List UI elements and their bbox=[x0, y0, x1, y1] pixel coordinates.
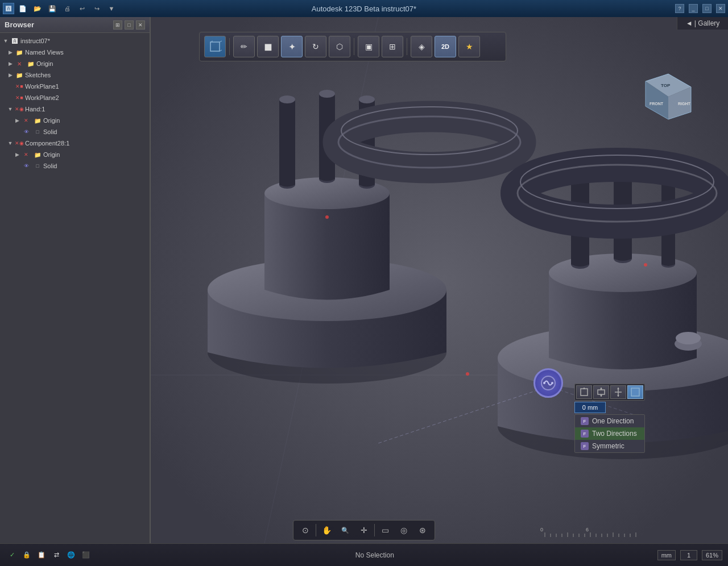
browser-close-btn[interactable]: ✕ bbox=[136, 20, 145, 30]
direction-menu: F One Direction F Two Directions F Symme… bbox=[574, 414, 645, 453]
orbit-btn[interactable]: ⊙ bbox=[297, 522, 314, 538]
tree-sketches[interactable]: ▶ 📁 Sketches bbox=[0, 69, 150, 81]
expand-root[interactable]: ▼ bbox=[2, 38, 9, 44]
undo-btn[interactable]: ↩ bbox=[76, 2, 88, 15]
tree-workplane1[interactable]: ▶ ✕■ WorkPlane1 bbox=[0, 81, 150, 92]
tree-comp28[interactable]: ▼ ✕◉ Component28:1 bbox=[0, 138, 150, 149]
browser-panel: Browser ⊞ □ ✕ ▼ 🅰 instruct07* ▶ 📁 Named … bbox=[0, 17, 151, 543]
tree-comp28-origin[interactable]: ▶ ✕ 📁 Origin bbox=[0, 149, 150, 160]
hand1-solid-box: □ bbox=[33, 127, 42, 136]
one-dir-label: One Direction bbox=[592, 417, 634, 425]
expand-hand1-origin[interactable]: ▶ bbox=[14, 117, 20, 124]
tree-comp28-solid[interactable]: ▶ 👁 □ Solid bbox=[0, 160, 150, 172]
ext-btn-3[interactable] bbox=[610, 385, 626, 399]
page-num: 1 bbox=[680, 550, 697, 560]
view2-btn[interactable]: ⊞ bbox=[382, 36, 403, 57]
redo-btn[interactable]: ↪ bbox=[90, 2, 103, 15]
status-icon4[interactable]: ⬛ bbox=[80, 549, 92, 561]
gallery-label: ◄ | Gallery bbox=[686, 19, 720, 27]
gallery-panel[interactable]: ◄ | Gallery bbox=[677, 17, 728, 30]
tree-hand1[interactable]: ▼ ✕◉ Hand:1 bbox=[0, 103, 150, 115]
extrude-handle-icon[interactable] bbox=[533, 368, 563, 398]
wp1-icon: ✕■ bbox=[15, 82, 24, 91]
two-dir-label: Two Directions bbox=[592, 430, 637, 438]
tree-hand1-origin[interactable]: ▶ ✕ 📁 Origin bbox=[0, 115, 150, 126]
print-btn[interactable]: 🖨 bbox=[61, 2, 73, 15]
pencil-btn[interactable]: ✏ bbox=[233, 36, 255, 57]
status-icon1[interactable]: 📋 bbox=[35, 549, 48, 561]
tree-origin[interactable]: ▶ ✕ 📁 Origin bbox=[0, 58, 150, 69]
direction-sym[interactable]: F Symmetric bbox=[575, 440, 644, 452]
title-bar-left: 🅰 📄 📂 💾 🖨 ↩ ↪ ▼ bbox=[3, 2, 118, 15]
open-btn[interactable]: 📂 bbox=[31, 2, 44, 15]
status-icon3[interactable]: 🌐 bbox=[65, 549, 77, 561]
circle-btn[interactable]: ◎ bbox=[395, 522, 412, 538]
direction-two[interactable]: F Two Directions bbox=[575, 427, 644, 440]
view-home-btn[interactable] bbox=[204, 36, 226, 57]
status-icon2[interactable]: ⇄ bbox=[50, 549, 63, 561]
comp28-origin-icon: ✕ bbox=[22, 150, 31, 159]
maximize-btn[interactable]: □ bbox=[702, 4, 712, 13]
app-icon[interactable]: 🅰 bbox=[3, 3, 14, 14]
ext-btn-2[interactable] bbox=[593, 385, 609, 399]
zoom-level: 61% bbox=[702, 550, 722, 560]
svg-rect-51 bbox=[598, 390, 605, 394]
new-btn[interactable]: 📄 bbox=[16, 2, 29, 15]
ext-btn-1[interactable] bbox=[576, 385, 592, 399]
more-btn[interactable]: ▼ bbox=[105, 2, 118, 15]
minimize-btn[interactable]: _ bbox=[689, 4, 698, 13]
expand-sketches[interactable]: ▶ bbox=[7, 72, 14, 78]
view1-btn[interactable]: ▣ bbox=[358, 36, 379, 57]
tree-hand1-solid[interactable]: ▶ 👁 □ Solid bbox=[0, 126, 150, 138]
svg-point-35 bbox=[466, 372, 469, 376]
svg-point-46 bbox=[543, 382, 545, 384]
star-btn[interactable]: ★ bbox=[458, 36, 480, 57]
move-btn[interactable]: ✦ bbox=[281, 36, 303, 57]
expand-comp28[interactable]: ▼ bbox=[7, 140, 14, 147]
ext-btn-4[interactable] bbox=[627, 385, 643, 399]
pan-btn[interactable]: ✋ bbox=[318, 522, 335, 538]
browser-grid-btn[interactable]: ⊞ bbox=[113, 20, 122, 30]
rotate-btn[interactable]: ↻ bbox=[305, 36, 326, 57]
hand1-origin-folder: 📁 bbox=[33, 116, 42, 125]
tree-workplane2[interactable]: ▶ ✕■ WorkPlane2 bbox=[0, 92, 150, 103]
lock-icon[interactable]: 🔒 bbox=[20, 549, 33, 561]
zoom-btn[interactable]: 🔍 bbox=[337, 522, 354, 538]
2d-btn[interactable]: 2D bbox=[435, 36, 456, 57]
title-bar: 🅰 📄 📂 💾 🖨 ↩ ↪ ▼ Autodesk 123D Beta instr… bbox=[0, 0, 728, 17]
check-icon[interactable]: ✓ bbox=[6, 549, 18, 561]
box-btn[interactable]: ◼ bbox=[257, 36, 279, 57]
expand-comp28-origin[interactable]: ▶ bbox=[14, 151, 20, 158]
help-btn[interactable]: ? bbox=[675, 4, 684, 13]
expand-named-views[interactable]: ▶ bbox=[7, 49, 14, 56]
browser-expand-btn[interactable]: □ bbox=[125, 20, 134, 30]
tree-root[interactable]: ▼ 🅰 instruct07* bbox=[0, 35, 150, 47]
extrude-value-input[interactable] bbox=[574, 402, 606, 413]
model-svg bbox=[151, 17, 728, 543]
extrude-input-row bbox=[574, 402, 645, 413]
frame-btn[interactable]: ▭ bbox=[377, 522, 394, 538]
title-bar-right: ? _ □ ✕ bbox=[675, 4, 725, 13]
shape-btn[interactable]: ⬡ bbox=[329, 36, 350, 57]
comp28-solid-box: □ bbox=[33, 161, 42, 170]
expand-hand1[interactable]: ▼ bbox=[7, 106, 14, 113]
expand-origin[interactable]: ▶ bbox=[7, 60, 14, 67]
status-right: mm 1 61% bbox=[657, 550, 722, 560]
svg-marker-58 bbox=[617, 388, 619, 389]
svg-marker-53 bbox=[600, 388, 602, 389]
close-btn[interactable]: ✕ bbox=[716, 4, 725, 13]
toolbar-ribbon: ✏ ◼ ✦ ↻ ⬡ ▣ ⊞ ◈ 2D ★ bbox=[199, 32, 506, 61]
wp2-icon: ✕■ bbox=[15, 93, 24, 102]
origin-folder-icon: 📁 bbox=[26, 59, 35, 68]
view3-btn[interactable]: ◈ bbox=[411, 36, 432, 57]
browser-controls: ⊞ □ ✕ bbox=[113, 20, 145, 30]
direction-one[interactable]: F One Direction bbox=[575, 415, 644, 427]
view-cube[interactable]: TOP FRONT RIGHT bbox=[643, 71, 694, 122]
sketches-label: Sketches bbox=[25, 72, 51, 78]
save-btn[interactable]: 💾 bbox=[46, 2, 59, 15]
svg-point-13 bbox=[319, 90, 335, 98]
grid-btn[interactable]: ⊛ bbox=[414, 522, 431, 538]
fit-btn[interactable]: ✛ bbox=[355, 522, 373, 538]
tree-named-views[interactable]: ▶ 📁 Named Views bbox=[0, 47, 150, 58]
viewport[interactable]: TOP FRONT RIGHT bbox=[151, 17, 728, 543]
